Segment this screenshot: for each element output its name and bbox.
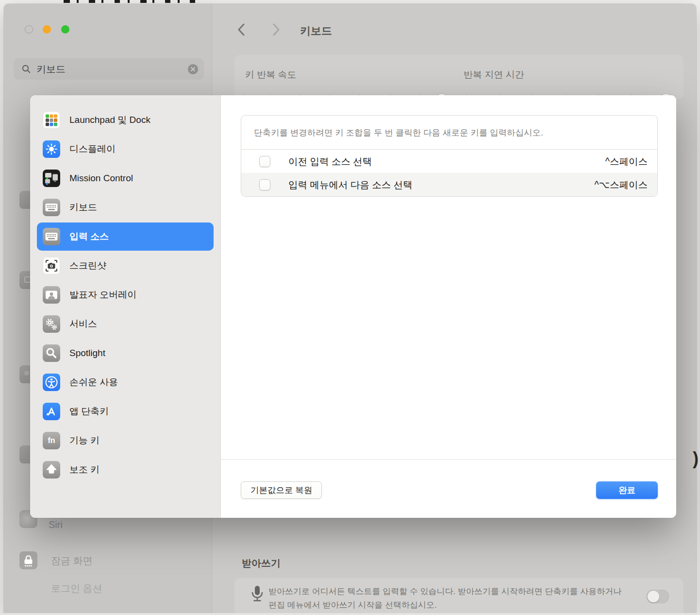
sidebar-item-label: 앱 단축키 [69,405,109,418]
shift-icon [43,461,60,478]
top-edge-text-fragment [115,0,120,3]
dialog-sidebar: Launchpad 및 Dock 디스플레이 [30,95,221,518]
top-edge-text-fragment [165,0,170,3]
top-edge-text-fragment [128,0,130,3]
microphone-icon [249,584,266,607]
sidebar-item-keyboard[interactable]: 키보드 [37,193,214,222]
sidebar-item-label: Spotlight [69,348,105,359]
sidebar-item-launchpad-dock[interactable]: Launchpad 및 Dock [37,106,214,134]
dictation-heading: 받아쓰기 [242,557,281,570]
shortcut-row[interactable]: 이전 입력 소스 선택 ^스페이스 [241,150,657,173]
maximize-button[interactable] [61,25,69,34]
screenshot-icon [43,257,60,274]
sidebar-item-siri[interactable]: Siri [49,519,63,530]
sidebar-item-presenter-overlay[interactable]: 발표자 오버레이 [37,281,214,309]
dictation-description: 받아쓰기로 어디서든 텍스트를 입력할 수 있습니다. 받아쓰기를 시작하려면 … [268,585,621,612]
sidebar-item-label: 손쉬운 사용 [69,376,118,389]
dialog-footer: 기본값으로 복원 완료 [221,459,676,518]
top-edge-text-fragment [140,0,147,3]
checkbox[interactable] [259,156,270,167]
sidebar-item-label: 기능 키 [69,434,100,447]
accessibility-icon [43,374,60,391]
sidebar-item-modifier-keys[interactable]: 보조 키 [37,456,214,484]
page-title: 키보드 [300,24,332,38]
sidebar-item-services[interactable]: 서비스 [37,310,214,338]
shortcut-label: 이전 입력 소스 선택 [288,155,372,168]
sidebar-item-input-sources[interactable]: 입력 소스 [37,222,214,251]
shortcut-table: 단축키를 변경하려면 키 조합을 두 번 클릭한 다음 새로운 키를 입력하십시… [241,115,658,197]
shortcut-keys[interactable]: ^스페이스 [605,155,648,168]
keyboard-shortcuts-dialog: Launchpad 및 Dock 디스플레이 [30,95,676,518]
top-edge-text-fragment [152,0,154,3]
app-shortcuts-icon [43,403,60,420]
dictation-toggle[interactable] [647,590,669,603]
sidebar-item-label: 키보드 [69,201,97,214]
lock-icon [19,551,37,569]
presenter-overlay-icon [43,286,60,304]
services-icon [43,315,60,333]
shortcut-keys[interactable]: ^⌥스페이스 [594,178,648,191]
key-repeat-label: 키 반복 속도 [245,68,297,81]
restore-defaults-button[interactable]: 기본값으로 복원 [241,481,322,499]
shortcut-label: 입력 메뉴에서 다음 소스 선택 [288,178,413,191]
clear-search-icon[interactable] [188,64,198,74]
sidebar-item-login-options[interactable]: 로그인 옵션 [51,582,102,595]
sidebar-item-label: 보조 키 [69,463,100,476]
sidebar-item-spotlight[interactable]: Spotlight [37,339,214,367]
key-repeat-card: 키 반복 속도 반복 지연 시간 [234,55,683,99]
input-sources-icon [43,228,60,245]
minimize-button[interactable] [43,25,51,34]
top-edge-text-fragment [178,0,180,3]
close-button[interactable] [25,25,33,34]
mission-control-icon [43,170,60,187]
sidebar-item-label: Launchpad 및 Dock [69,114,150,126]
dialog-content: 단축키를 변경하려면 키 조합을 두 번 클릭한 다음 새로운 키를 입력하십시… [221,95,676,518]
window-bottom-edge [0,613,700,615]
search-input[interactable]: 키보드 [14,58,204,80]
top-edge-text-fragment [64,0,70,3]
search-icon [21,64,31,74]
sidebar-item-mission-control[interactable]: Mission Control [37,164,214,192]
top-edge-text-fragment [77,0,79,3]
top-edge-text-fragment [89,0,95,3]
forward-icon[interactable] [272,23,280,36]
top-edge-text-fragment [101,0,103,3]
shortcut-row[interactable]: 입력 메뉴에서 다음 소스 선택 ^⌥스페이스 [241,173,657,196]
edge-glyph: ) [693,448,699,469]
display-icon [43,140,60,158]
repeat-delay-label: 반복 지연 시간 [464,68,524,81]
sidebar-item-label: 스크린샷 [69,259,106,272]
spotlight-icon [43,344,60,362]
sidebar-item-label: 디스플레이 [69,143,116,155]
sidebar-item-label: 서비스 [69,318,97,330]
sidebar-item-screenshot[interactable]: 스크린샷 [37,252,214,280]
keyboard-icon [43,199,60,216]
top-edge-text-fragment [190,0,195,3]
fn-icon: fn [43,432,60,449]
sidebar-item-label: Mission Control [69,173,133,184]
sidebar-item-app-shortcuts[interactable]: 앱 단축키 [37,397,214,426]
sidebar-item-display[interactable]: 디스플레이 [37,135,214,163]
sidebar-item-accessibility[interactable]: 손쉬운 사용 [37,368,214,396]
sidebar-item-lock-screen[interactable]: 잠금 화면 [51,554,93,567]
dictation-card: 받아쓰기로 어디서든 텍스트를 입력할 수 있습니다. 받아쓰기를 시작하려면 … [234,578,683,613]
search-value: 키보드 [36,63,183,76]
sidebar-item-label: 발표자 오버레이 [69,289,136,301]
checkbox[interactable] [259,179,270,190]
launchpad-icon [43,111,60,129]
instruction-text: 단축키를 변경하려면 키 조합을 두 번 클릭한 다음 새로운 키를 입력하십시… [241,116,657,150]
sidebar-item-label: 입력 소스 [69,230,109,243]
done-button[interactable]: 완료 [596,481,658,499]
back-icon[interactable] [237,23,245,36]
toggle-knob [648,591,659,602]
sidebar-item-function-keys[interactable]: fn 기능 키 [37,427,214,455]
